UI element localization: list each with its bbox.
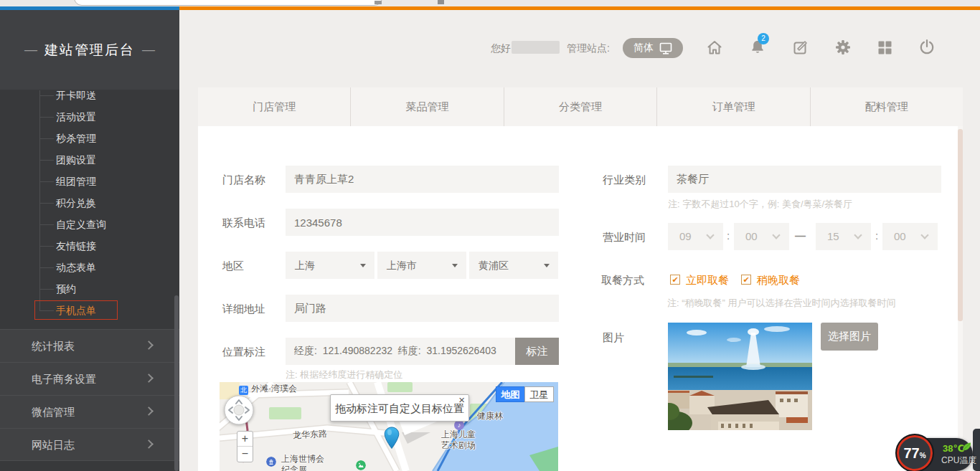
leaf-icon	[961, 442, 971, 452]
sidebar-section-wechat[interactable]: 微信管理	[0, 395, 179, 428]
close-hour-value: 15	[827, 230, 839, 242]
district-select[interactable]: 黄浦区	[469, 252, 558, 279]
map-zoom-control: + −	[237, 431, 253, 462]
open-hour-value: 09	[679, 230, 692, 242]
address-bar-text-fragment	[374, 1, 382, 4]
map-tooltip: 拖动标注可自定义目标位置 ×	[330, 394, 469, 422]
panel-scrollbar-thumb[interactable]	[958, 129, 963, 321]
sidebar-item-seckill[interactable]: 秒杀管理	[0, 128, 179, 149]
active-item-highlight-box	[34, 300, 118, 320]
tab-store-management[interactable]: 门店管理	[198, 87, 351, 126]
choose-image-button[interactable]: 选择图片	[821, 323, 878, 351]
open-minute-select[interactable]: 00	[734, 223, 789, 250]
sidebar-item-teambuy[interactable]: 组团管理	[0, 171, 179, 192]
mark-location-button[interactable]: 标注	[515, 338, 559, 365]
sidebar-item-dynamic-form[interactable]: 动态表单	[0, 257, 179, 278]
home-icon	[706, 39, 723, 56]
sidebar-item-booking[interactable]: 预约	[0, 278, 179, 300]
store-name-input[interactable]	[286, 166, 559, 193]
province-select[interactable]: 上海	[286, 252, 374, 279]
pickup-later-label[interactable]: 稍晚取餐	[757, 274, 800, 287]
map-pin[interactable]	[384, 427, 400, 449]
pickup-later-checkbox[interactable]: ✔	[741, 275, 751, 285]
tab-category-management[interactable]: 分类管理	[504, 87, 657, 126]
chevron-right-icon	[144, 341, 154, 350]
open-minute-value: 00	[745, 230, 758, 242]
sidebar: — 建站管理后台 — 开卡即送 活动设置 秒杀管理 团购设置 组团管理 积分兑换…	[0, 10, 179, 471]
province-value: 上海	[295, 260, 315, 271]
open-hour-select[interactable]: 09	[668, 223, 723, 250]
content-accent-stripe	[179, 6, 980, 10]
chevron-right-icon	[144, 374, 154, 383]
sidebar-item-groupbuy[interactable]: 团购设置	[0, 149, 179, 171]
home-button[interactable]	[706, 39, 723, 56]
logout-button[interactable]	[918, 39, 936, 56]
power-icon	[918, 39, 936, 56]
browser-address-bar[interactable]	[74, 0, 382, 6]
screen: — 建站管理后台 — 开卡即送 活动设置 秒杀管理 团购设置 组团管理 积分兑换…	[0, 0, 980, 471]
close-hour-select[interactable]: 15	[816, 223, 871, 250]
chevron-right-icon	[144, 406, 154, 416]
coordinates-input[interactable]	[286, 338, 515, 365]
cpu-usage-gauge[interactable]: 77 %	[895, 434, 934, 471]
title-dash-left: —	[24, 42, 37, 57]
sidebar-section-ecommerce[interactable]: 电子商务设置	[0, 362, 179, 395]
store-photo	[668, 323, 812, 430]
pickup-now-checkbox[interactable]: ✔	[670, 275, 680, 285]
tab-ingredient-management[interactable]: 配料管理	[811, 87, 963, 126]
industry-label: 行业类别	[603, 173, 646, 187]
tooltip-text: 拖动标注可自定义目标位置	[335, 402, 464, 414]
settings-button[interactable]	[834, 39, 852, 56]
section-label: 电子商务设置	[32, 373, 96, 385]
sidebar-title: — 建站管理后台 —	[0, 10, 179, 90]
cpu-percent-unit: %	[920, 452, 926, 460]
address-input[interactable]	[286, 295, 559, 322]
tooltip-close-icon[interactable]: ×	[458, 394, 465, 406]
manage-site-label: 管理站点:	[567, 42, 610, 55]
sidebar-item-custom-query[interactable]: 自定义查询	[0, 214, 179, 235]
edit-button[interactable]	[792, 39, 809, 56]
sidebar-scrollbar-thumb[interactable]	[174, 295, 179, 471]
satellite-mode-button[interactable]: 卫星	[524, 386, 554, 402]
chevron-down-icon	[706, 231, 714, 239]
industry-input[interactable]	[668, 166, 941, 193]
city-select[interactable]: 上海市	[377, 252, 466, 279]
tab-bar: 门店管理 菜品管理 分类管理 订单管理 配料管理	[198, 87, 963, 126]
chevron-right-icon	[144, 439, 154, 449]
sidebar-section-logs[interactable]: 网站日志	[0, 428, 179, 461]
hours-label: 营业时间	[603, 231, 646, 244]
close-minute-select[interactable]: 00	[882, 223, 938, 250]
cpu-temp-label: CPU温度	[941, 455, 976, 467]
zoom-in-button[interactable]: +	[237, 432, 253, 447]
pickup-now-label[interactable]: 立即取餐	[686, 274, 729, 287]
monitor-icon	[659, 42, 672, 54]
close-minute-value: 00	[894, 230, 906, 242]
zoom-out-button[interactable]: −	[237, 447, 253, 462]
section-label: 网站日志	[32, 439, 75, 451]
sidebar-item-links[interactable]: 友情链接	[0, 235, 179, 257]
tab-order-management[interactable]: 订单管理	[657, 87, 810, 126]
language-switch-pill[interactable]: 简体	[623, 38, 683, 58]
map-mode-button[interactable]: 地图	[496, 386, 525, 402]
greeting-text: 您好	[491, 42, 511, 55]
pickup-label: 取餐方式	[601, 274, 644, 287]
store-photo-preview	[668, 323, 812, 430]
section-label: 微信管理	[32, 406, 75, 418]
map-north-badge: 北	[239, 386, 248, 395]
sidebar-item-points[interactable]: 积分兑换	[0, 192, 179, 214]
chevron-down-icon	[772, 231, 780, 239]
dropdown-arrow-icon	[452, 264, 458, 267]
chevron-down-icon	[854, 231, 862, 239]
gear-icon	[834, 39, 852, 56]
tab-dish-management[interactable]: 菜品管理	[351, 87, 504, 126]
browser-ui-fragment	[438, 0, 444, 4]
grid-icon	[876, 39, 893, 56]
location-label: 位置标注	[222, 346, 265, 359]
phone-input[interactable]	[286, 209, 559, 236]
sidebar-menu: 开卡即送 活动设置 秒杀管理 团购设置 组团管理 积分兑换 自定义查询 友情链接…	[0, 85, 179, 321]
sidebar-item-activity[interactable]: 活动设置	[0, 106, 179, 128]
map-canvas[interactable]: 外滩·湾璞会 龙华东路 上海世博会 纪念展 健康林 上海儿童 艺术剧场 ♪ 北 …	[220, 382, 558, 471]
map-pan-control[interactable]	[224, 395, 254, 425]
sidebar-section-reports[interactable]: 统计报表	[0, 329, 179, 362]
apps-button[interactable]	[876, 39, 893, 56]
